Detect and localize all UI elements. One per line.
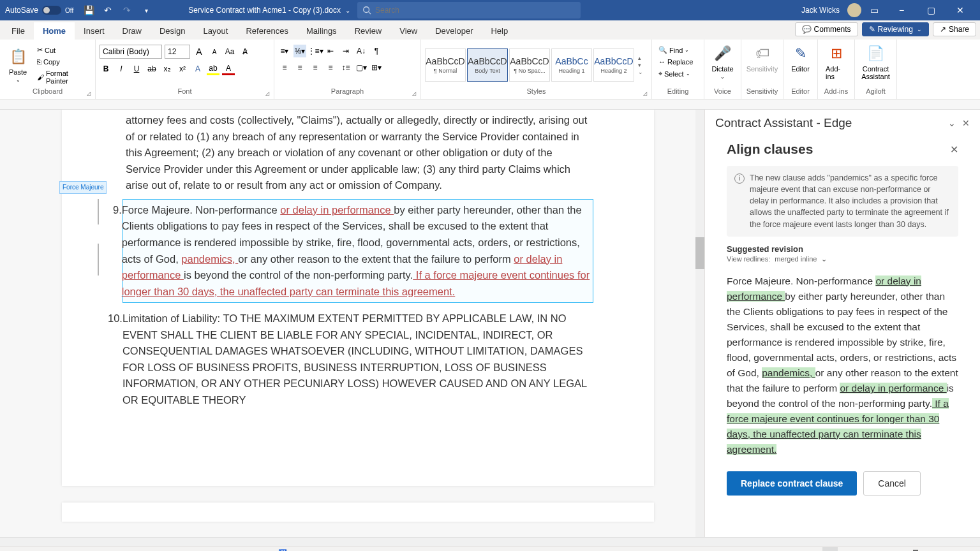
format-painter-button[interactable]: 🖌Format Painter [34,68,91,86]
style-scroll-up-icon[interactable]: ▴ [638,55,643,61]
text-effects-icon[interactable]: A [191,62,204,75]
bullets-icon[interactable]: ≡▾ [278,45,291,57]
font-size-select[interactable] [165,45,190,59]
web-layout-icon[interactable]: ▭ [844,547,859,552]
style-heading-1[interactable]: AaBbCcHeading 1 [551,48,592,82]
line-spacing-icon[interactable]: ↕≡ [339,61,352,74]
subscript-button[interactable]: x₂ [161,62,174,75]
strikethrough-button[interactable]: ab [145,62,158,75]
ruler[interactable] [0,99,980,110]
superscript-button[interactable]: x² [176,62,189,75]
borders-icon[interactable]: ⊞▾ [370,61,383,74]
tab-file[interactable]: File [3,22,34,40]
copy-button[interactable]: ⎘Copy [34,57,91,67]
align-left-icon[interactable]: ≡ [278,61,291,74]
maximize-button[interactable]: ▢ [916,0,946,20]
redo-icon[interactable]: ↷ [122,5,132,15]
shading-icon[interactable]: ▢▾ [355,61,368,74]
tab-review[interactable]: Review [346,22,391,40]
comments-button[interactable]: 💬Comments [795,22,858,36]
close-button[interactable]: ✕ [946,0,975,20]
addins-button[interactable]: ⊞Add-ins [822,42,850,82]
paragraph-dialog-launcher-icon[interactable]: ◿ [412,91,419,97]
italic-button[interactable]: I [115,62,128,75]
dictate-button[interactable]: 🎤Dictate⌄ [708,42,737,81]
style-body-text[interactable]: AaBbCcDBody Text [467,48,508,82]
decrease-indent-icon[interactable]: ⇤ [324,45,337,57]
select-button[interactable]: ⌖Select⌄ [656,68,700,79]
align-center-icon[interactable]: ≡ [293,61,306,74]
tab-layout[interactable]: Layout [194,22,237,40]
shrink-font-icon[interactable]: A [208,45,221,58]
editor-button[interactable]: ✎Editor [787,42,813,74]
close-icon[interactable]: ✕ [950,143,958,156]
tab-draw[interactable]: Draw [114,22,151,40]
replace-button[interactable]: ↔Replace [656,57,700,67]
cut-button[interactable]: ✂Cut [34,45,91,55]
vertical-ruler[interactable] [0,110,11,537]
find-button[interactable]: 🔍Find⌄ [656,45,700,55]
user-avatar-icon[interactable] [847,3,861,17]
numbering-icon[interactable]: ⅛▾ [293,45,306,57]
paragraph-9-highlighted[interactable]: 9. Force Majeure. Non-performance or del… [122,199,593,303]
search-input[interactable] [375,6,575,15]
horizontal-scrollbar[interactable] [0,537,980,546]
paragraph-10[interactable]: Limitation of Liability: TO THE MAXIMUM … [122,311,590,408]
paragraph-8[interactable]: attorney fees and costs (collectively, "… [126,110,590,194]
tab-help[interactable]: Help [482,22,517,40]
cancel-button[interactable]: Cancel [863,471,921,496]
save-icon[interactable]: 💾 [84,5,94,15]
increase-indent-icon[interactable]: ⇥ [339,45,352,57]
clear-formatting-icon[interactable]: A̷ [239,45,251,58]
align-right-icon[interactable]: ≡ [309,61,322,74]
grow-font-icon[interactable]: A [193,45,205,58]
autosave-control[interactable]: AutoSave Off [0,6,78,15]
style-normal[interactable]: AaBbCcD¶ Normal [425,48,466,82]
tab-home[interactable]: Home [34,22,75,40]
pane-close-icon[interactable]: ✕ [962,118,970,128]
tab-references[interactable]: References [237,22,297,40]
document-area[interactable]: attorney fees and costs (collectively, "… [11,110,704,537]
style-heading-2[interactable]: AaBbCcDHeading 2 [593,48,634,82]
sensitivity-button[interactable]: 🏷Sensitivity [745,42,779,74]
print-layout-icon[interactable]: ▭ [822,547,838,552]
font-color-icon[interactable]: A [222,62,235,75]
style-no-spacing[interactable]: AaBbCcD¶ No Spac... [509,48,550,82]
document-title[interactable]: Service Contract with Acme1 - Copy (3).d… [188,6,350,15]
show-marks-icon[interactable]: ¶ [370,45,383,57]
vertical-scrollbar[interactable] [695,110,704,537]
tab-mailings[interactable]: Mailings [297,22,346,40]
search-box[interactable] [357,2,581,18]
contract-assistant-button[interactable]: 📄Contract Assistant [859,42,893,82]
autosave-toggle-icon[interactable] [42,6,61,15]
ribbon-display-icon[interactable]: ▭ [869,5,879,15]
scroll-thumb[interactable] [695,237,704,269]
style-expand-icon[interactable]: ⌄ [638,69,643,75]
justify-icon[interactable]: ≡ [324,61,337,74]
multilevel-list-icon[interactable]: ⋮≡▾ [309,45,322,57]
suggestion-text[interactable]: Force Majeure. Non-performance or delay … [715,270,970,465]
redlines-dropdown[interactable]: View redlines: merged inline ⌄ [715,254,970,270]
font-name-select[interactable] [100,45,162,59]
font-dialog-launcher-icon[interactable]: ◿ [265,91,272,97]
undo-icon[interactable]: ↶ [103,5,113,15]
clipboard-dialog-launcher-icon[interactable]: ◿ [87,91,93,97]
tab-insert[interactable]: Insert [75,22,114,40]
style-scroll-down-icon[interactable]: ▾ [638,62,643,68]
sort-icon[interactable]: A↓ [355,45,368,57]
change-case-icon[interactable]: Aa [223,45,236,58]
replace-contract-clause-button[interactable]: Replace contract clause [727,471,857,496]
user-name[interactable]: Jack Wicks [801,6,840,15]
tab-view[interactable]: View [390,22,426,40]
customize-qat-icon[interactable]: ▾ [141,5,151,15]
minimize-button[interactable]: − [887,0,916,20]
tab-developer[interactable]: Developer [426,22,482,40]
force-majeure-tag[interactable]: Force Majeure [59,181,107,194]
styles-dialog-launcher-icon[interactable]: ◿ [643,91,650,97]
paste-button[interactable]: 📋Paste⌄ [4,42,32,87]
underline-button[interactable]: U [130,62,143,75]
reviewing-button[interactable]: ✎Reviewing⌄ [862,22,929,36]
bold-button[interactable]: B [100,62,112,75]
pane-dropdown-icon[interactable]: ⌄ [948,118,956,128]
tab-design[interactable]: Design [151,22,194,40]
